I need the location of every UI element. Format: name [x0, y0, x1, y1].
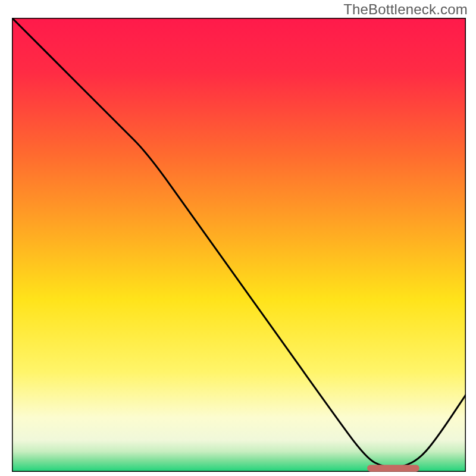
chart-frame: TheBottleneck.com — [0, 0, 476, 476]
chart-svg — [12, 18, 466, 472]
watermark-text: TheBottleneck.com — [343, 1, 468, 18]
plot-area — [12, 18, 466, 472]
